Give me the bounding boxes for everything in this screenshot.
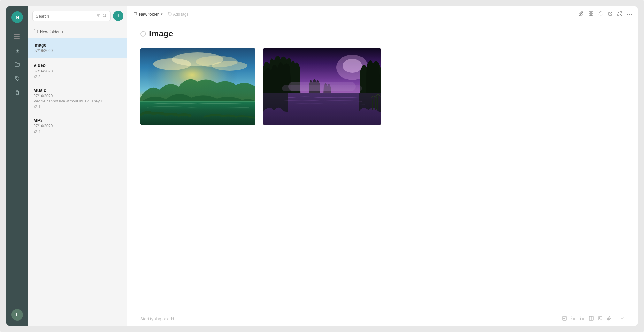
images-grid bbox=[140, 48, 625, 125]
note-attachments: 1 bbox=[34, 105, 122, 109]
topbar-actions: ··· bbox=[579, 11, 632, 18]
note-title: MP3 bbox=[34, 118, 122, 123]
topbar-folder-chevron[interactable]: ▾ bbox=[161, 12, 163, 16]
note-image-1[interactable] bbox=[140, 48, 255, 125]
folder-header[interactable]: New folder ▾ bbox=[28, 26, 127, 38]
grid-icon[interactable]: ⊞ bbox=[12, 45, 23, 56]
svg-rect-9 bbox=[589, 14, 591, 16]
image-toolbar-icon[interactable] bbox=[598, 316, 603, 322]
more-options-icon[interactable]: ··· bbox=[627, 11, 632, 18]
toolbar-divider bbox=[616, 316, 616, 321]
note-item-image[interactable]: Image 07/16/2020 bbox=[28, 38, 127, 58]
note-item-video[interactable]: Video 07/16/2020 2 bbox=[28, 58, 127, 83]
note-title: Video bbox=[34, 63, 122, 68]
svg-rect-24 bbox=[282, 85, 362, 91]
svg-rect-19 bbox=[140, 101, 255, 102]
add-button[interactable]: + bbox=[113, 11, 123, 21]
editor-placeholder[interactable]: Start typing or add bbox=[140, 316, 558, 321]
note-date: 07/16/2020 bbox=[34, 94, 122, 98]
expand-icon[interactable] bbox=[617, 11, 622, 17]
attach-toolbar-icon[interactable] bbox=[607, 316, 612, 322]
search-magnifier-icon[interactable] bbox=[103, 13, 107, 19]
svg-point-6 bbox=[169, 13, 170, 13]
note-date: 07/16/2020 bbox=[34, 124, 122, 128]
checkbox-toolbar-icon[interactable] bbox=[562, 316, 567, 322]
svg-point-22 bbox=[343, 59, 362, 73]
table-toolbar-icon[interactable] bbox=[589, 316, 594, 322]
note-status-circle[interactable] bbox=[140, 31, 146, 37]
folder-small-icon bbox=[34, 29, 38, 34]
editor-toolbar: Start typing or add 1 2 3 bbox=[127, 312, 638, 326]
filter-icon[interactable] bbox=[96, 13, 101, 19]
note-date: 07/16/2020 bbox=[34, 69, 122, 73]
sidebar: + New folder ▾ Image 07/16/2020 Video 07… bbox=[28, 6, 127, 326]
topbar-add-tags[interactable]: Add tags bbox=[168, 12, 188, 17]
menu-icon[interactable] bbox=[12, 31, 23, 42]
svg-line-5 bbox=[105, 16, 106, 17]
icon-rail: N ⊞ L bbox=[6, 6, 28, 326]
svg-rect-10 bbox=[591, 14, 593, 16]
topbar-folder-name: New folder bbox=[139, 12, 159, 17]
unordered-list-toolbar-icon[interactable] bbox=[580, 316, 585, 322]
chevron-down-toolbar-icon[interactable] bbox=[620, 316, 625, 322]
svg-rect-28 bbox=[377, 96, 378, 110]
grid-view-icon[interactable] bbox=[588, 11, 594, 17]
tags-icon bbox=[168, 12, 172, 17]
note-item-mp3[interactable]: MP3 07/16/2020 4 bbox=[28, 113, 127, 138]
note-date: 07/16/2020 bbox=[34, 49, 122, 53]
note-item-music[interactable]: Music 07/16/2020 People cannot live with… bbox=[28, 83, 127, 113]
svg-rect-29 bbox=[372, 99, 373, 110]
topbar-folder[interactable]: New folder ▾ bbox=[133, 11, 163, 17]
note-main-title: Image bbox=[149, 29, 173, 39]
svg-point-0 bbox=[16, 77, 17, 78]
svg-point-17 bbox=[196, 56, 238, 67]
folder-name: New folder bbox=[40, 29, 60, 34]
search-input[interactable] bbox=[36, 14, 94, 19]
note-header: Image bbox=[140, 29, 625, 39]
svg-point-41 bbox=[580, 318, 581, 319]
note-image-2[interactable] bbox=[263, 48, 381, 125]
sidebar-header: + bbox=[28, 6, 127, 26]
svg-rect-7 bbox=[589, 12, 591, 13]
note-content-area: Image bbox=[127, 22, 638, 312]
bell-icon[interactable] bbox=[598, 11, 603, 17]
note-title: Image bbox=[34, 42, 122, 48]
note-attachments: 2 bbox=[34, 75, 122, 79]
attach-icon[interactable] bbox=[579, 11, 584, 17]
svg-point-42 bbox=[580, 319, 581, 320]
note-excerpt: People cannot live without music. They l… bbox=[34, 99, 117, 103]
svg-text:3: 3 bbox=[571, 319, 572, 320]
search-box[interactable] bbox=[32, 11, 111, 21]
folder-nav-icon[interactable] bbox=[12, 59, 23, 70]
ordered-list-toolbar-icon[interactable]: 1 2 3 bbox=[571, 316, 576, 322]
share-icon[interactable] bbox=[608, 11, 613, 17]
user-avatar-top[interactable]: N bbox=[12, 11, 23, 23]
svg-rect-27 bbox=[375, 98, 376, 110]
note-title: Music bbox=[34, 88, 122, 93]
svg-point-40 bbox=[580, 317, 581, 317]
note-attachments: 4 bbox=[34, 130, 122, 133]
svg-point-4 bbox=[103, 14, 106, 17]
svg-rect-8 bbox=[591, 12, 593, 13]
tag-nav-icon[interactable] bbox=[12, 73, 23, 84]
topbar-folder-icon bbox=[133, 11, 137, 17]
topbar: New folder ▾ Add tags bbox=[127, 6, 638, 22]
user-avatar-bottom[interactable]: L bbox=[12, 309, 23, 321]
folder-chevron-icon[interactable]: ▾ bbox=[62, 30, 63, 34]
main-content: New folder ▾ Add tags bbox=[127, 6, 638, 326]
svg-rect-30 bbox=[563, 316, 566, 320]
add-tags-label: Add tags bbox=[173, 12, 188, 17]
note-list: Image 07/16/2020 Video 07/16/2020 2 Musi… bbox=[28, 38, 127, 326]
trash-nav-icon[interactable] bbox=[12, 87, 23, 98]
